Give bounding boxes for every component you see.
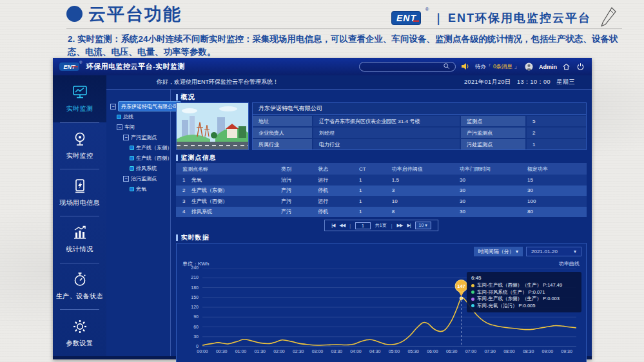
cell: 停机 (311, 186, 353, 196)
registered-mark: ® (425, 6, 429, 12)
notification-horn-icon[interactable] (461, 62, 470, 71)
x-tick-label: 03:00 (307, 349, 327, 354)
y-tick-label: 150 (179, 295, 199, 300)
todo-messages[interactable]: 待办「 0条消息 」 (475, 63, 520, 71)
y-tick-label: 90 (179, 314, 199, 319)
interval-dropdown[interactable]: 时间间隔（分） ▾ (474, 247, 523, 256)
sidebar-item-6[interactable]: 参数设置 (53, 309, 106, 356)
table-row: 3生产线（西侧）产污运行11030100 (176, 196, 587, 207)
y-tick-label: 180 (179, 285, 199, 290)
x-tick-label: 08:30 (518, 349, 539, 354)
sidebar-item-3[interactable]: 现场用电信息 (53, 169, 106, 216)
search-input[interactable] (363, 64, 443, 70)
tree-expander-icon[interactable]: − (110, 104, 116, 110)
row-number: 1 (182, 177, 191, 183)
tree-node-icon (130, 146, 134, 150)
cell: 1 (353, 196, 385, 207)
tree-node-3[interactable]: −车间 (109, 122, 170, 132)
y-tick-label: 60 (179, 325, 199, 329)
sidebar-item-1[interactable]: 实时监测 (53, 75, 106, 122)
overview-value: 辽宁省丹东市振兴区仪表企业园区 31-4 号楼 (313, 116, 460, 126)
search-icon[interactable] (443, 62, 452, 71)
date-dropdown[interactable]: 2021-01-20▾ (526, 247, 581, 256)
sidebar-item-label: 实时监控 (66, 151, 93, 160)
tree-node-label: 产污监测点 (131, 134, 157, 141)
cell: 80 (521, 207, 587, 218)
tree-node-label: 光氧 (136, 186, 146, 193)
x-tick-label: 06:30 (442, 349, 462, 354)
page-number-input[interactable]: 1 (355, 222, 371, 229)
points-section-title: 监测点信息 (176, 153, 587, 163)
power-icon[interactable] (576, 62, 585, 71)
cell: 3 (385, 186, 453, 196)
x-tick-label: 01:30 (249, 349, 270, 354)
row-number: 4 (182, 209, 191, 214)
monitor-chart-icon (72, 84, 88, 100)
power-device-icon (72, 178, 88, 195)
cell-point-name: 4排风系统 (176, 207, 275, 218)
page-next-button[interactable]: ▶▶ (397, 223, 403, 228)
cell: 运行 (311, 175, 353, 186)
content: 概况 (171, 90, 592, 356)
overview-label: 污处监测点 (461, 139, 525, 149)
user-name[interactable]: Admin (539, 64, 557, 70)
page-first-button[interactable]: |◀ (331, 223, 335, 228)
x-tick-label: 04:30 (365, 349, 385, 354)
search-box[interactable] (359, 62, 456, 71)
pen-icon (600, 6, 617, 30)
tree-node-4[interactable]: −产污监测点 (109, 132, 170, 142)
page: 云平台功能 ENT ® ｜ ENT环保用电监控云平台 2. 实时监测：系统24小… (0, 0, 644, 362)
page-size-select[interactable]: 10 ▾ (415, 222, 431, 229)
tree-node-icon (130, 156, 134, 160)
column-header: 额定功率 (521, 163, 587, 175)
series-color-dot (471, 304, 474, 307)
company-info-table: 丹东伊诺特电气有限公司 地址辽宁省丹东市振兴区仪表企业园区 31-4 号楼监测点… (252, 102, 587, 150)
row-number: 3 (182, 198, 191, 204)
home-icon[interactable] (562, 62, 571, 71)
divider-rule (66, 28, 622, 29)
cell: 1 (353, 207, 385, 218)
overview-value: 5 (527, 116, 586, 126)
tree-node-1[interactable]: −丹东伊诺特电气有限公司 (109, 101, 170, 111)
tree-expander-icon[interactable]: − (117, 124, 122, 130)
column-header: 功率启停阈值 (385, 163, 453, 175)
page-prev-button[interactable]: ◀◀ (339, 223, 345, 228)
cell: 产污 (275, 196, 311, 207)
tooltip-text: 车间-生产线（东侧）（生产） P:0.003 (477, 296, 560, 302)
x-tick-label: 09:30 (556, 349, 577, 354)
tooltip-time: 6:45 (471, 275, 577, 281)
tree-node-2[interactable]: 总线 (109, 111, 170, 122)
overview-section-title: 概况 (176, 92, 587, 102)
column-header: 类别 (275, 163, 311, 175)
sidebar-item-4[interactable]: 统计情况 (53, 216, 106, 263)
tree-node-7[interactable]: 排风系统 (109, 163, 170, 173)
tooltip-text: 车间-光氧（治污） P:0.005 (477, 303, 535, 309)
tree-node-5[interactable]: 生产线（东侧） (109, 142, 170, 153)
cell: 1 (353, 186, 385, 196)
overview-row-3: 所属行业电力行业污处监测点1 (253, 139, 586, 149)
tree-node-label: 车间 (124, 124, 135, 131)
tree-expander-icon[interactable]: − (123, 176, 129, 182)
avatar[interactable] (525, 62, 534, 71)
tree-node-8[interactable]: −治污监测点 (109, 173, 170, 184)
page-title: 云平台功能 (88, 3, 182, 26)
x-tick-label: 00:00 (192, 349, 213, 354)
company-name: 丹东伊诺特电气有限公司 (253, 103, 586, 115)
x-tick-label: 04:00 (346, 349, 366, 354)
cell: 30 (453, 196, 521, 207)
sidebar-item-label: 现场用电信息 (59, 198, 100, 207)
sidebar-item-5[interactable]: 生产、设备状态 (53, 263, 106, 310)
svg-text:147: 147 (457, 283, 465, 289)
app-registered-mark: ® (79, 61, 82, 64)
sidebar-item-2[interactable]: 实时监控 (53, 122, 106, 169)
sidebar-item-label: 实时监测 (66, 104, 93, 113)
page-last-button[interactable]: ▶| (407, 223, 410, 228)
cell: 1 (353, 175, 385, 186)
tree-node-9[interactable]: 光氧 (109, 184, 170, 194)
y-tick-label: 0 (179, 344, 199, 348)
sidebar-item-label: 生产、设备状态 (56, 292, 104, 301)
point-name: 生产线（东侧） (191, 187, 228, 193)
tree-expander-icon[interactable]: − (123, 135, 129, 140)
tooltip-entry: 车间-排风系统（生产） P:0.071 (471, 289, 577, 296)
tree-node-6[interactable]: 生产线（西侧） (109, 153, 170, 163)
